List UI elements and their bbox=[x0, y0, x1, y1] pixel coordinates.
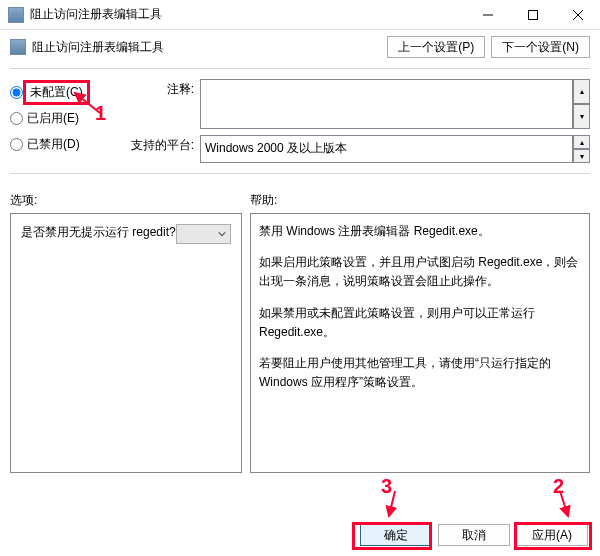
annotation-arrow-3 bbox=[375, 486, 415, 526]
svg-rect-1 bbox=[528, 10, 537, 19]
radio-enabled-input[interactable] bbox=[10, 112, 23, 125]
help-panel: 禁用 Windows 注册表编辑器 Regedit.exe。 如果启用此策略设置… bbox=[250, 213, 590, 473]
annotation-2: 2 bbox=[553, 475, 564, 498]
chevron-down-icon bbox=[218, 230, 226, 238]
radio-disabled-input[interactable] bbox=[10, 138, 23, 151]
radio-group: 未配置(C) 已启用(E) 已禁用(D) bbox=[10, 79, 130, 163]
help-text-1: 禁用 Windows 注册表编辑器 Regedit.exe。 bbox=[259, 222, 581, 241]
cancel-button[interactable]: 取消 bbox=[438, 524, 510, 546]
comment-label: 注释: bbox=[130, 79, 200, 129]
platform-spin-up[interactable]: ▴ bbox=[573, 135, 590, 149]
comment-spin-down[interactable]: ▾ bbox=[573, 104, 590, 129]
option-dropdown[interactable] bbox=[176, 224, 231, 244]
maximize-button[interactable] bbox=[510, 0, 555, 30]
help-label: 帮助: bbox=[250, 192, 590, 209]
help-text-2: 如果启用此策略设置，并且用户试图启动 Regedit.exe，则会出现一条消息，… bbox=[259, 253, 581, 291]
footer-buttons: 确定 取消 应用(A) bbox=[360, 524, 588, 546]
app-icon bbox=[8, 7, 24, 23]
options-panel: 是否禁用无提示运行 regedit? bbox=[10, 213, 242, 473]
minimize-button[interactable] bbox=[465, 0, 510, 30]
radio-disabled[interactable]: 已禁用(D) bbox=[10, 131, 130, 157]
help-text-3: 如果禁用或未配置此策略设置，则用户可以正常运行 Regedit.exe。 bbox=[259, 304, 581, 342]
radio-not-configured[interactable]: 未配置(C) bbox=[10, 79, 130, 105]
annotation-arrow-2 bbox=[540, 486, 580, 526]
radio-enabled[interactable]: 已启用(E) bbox=[10, 105, 130, 131]
window-title: 阻止访问注册表编辑工具 bbox=[30, 6, 465, 23]
help-text-4: 若要阻止用户使用其他管理工具，请使用“只运行指定的 Windows 应用程序”策… bbox=[259, 354, 581, 392]
policy-icon bbox=[10, 39, 26, 55]
close-button[interactable] bbox=[555, 0, 600, 30]
header-row: 阻止访问注册表编辑工具 上一个设置(P) 下一个设置(N) bbox=[0, 30, 600, 64]
next-setting-button[interactable]: 下一个设置(N) bbox=[491, 36, 590, 58]
divider bbox=[10, 68, 590, 69]
titlebar: 阻止访问注册表编辑工具 bbox=[0, 0, 600, 30]
ok-button[interactable]: 确定 bbox=[360, 524, 432, 546]
platform-spin-down[interactable]: ▾ bbox=[573, 149, 590, 163]
annotation-3: 3 bbox=[381, 475, 392, 498]
comment-spin-up[interactable]: ▴ bbox=[573, 79, 590, 104]
policy-title: 阻止访问注册表编辑工具 bbox=[32, 39, 387, 56]
window-controls bbox=[465, 0, 600, 30]
option-question: 是否禁用无提示运行 regedit? bbox=[21, 224, 176, 241]
divider-2 bbox=[10, 173, 590, 174]
previous-setting-button[interactable]: 上一个设置(P) bbox=[387, 36, 485, 58]
apply-button[interactable]: 应用(A) bbox=[516, 524, 588, 546]
comment-field[interactable] bbox=[200, 79, 573, 129]
platform-field: Windows 2000 及以上版本 bbox=[200, 135, 573, 163]
radio-not-configured-input[interactable] bbox=[10, 86, 23, 99]
options-label: 选项: bbox=[10, 192, 250, 209]
svg-line-5 bbox=[560, 491, 568, 516]
svg-line-6 bbox=[389, 491, 395, 516]
platform-label: 支持的平台: bbox=[130, 135, 200, 163]
